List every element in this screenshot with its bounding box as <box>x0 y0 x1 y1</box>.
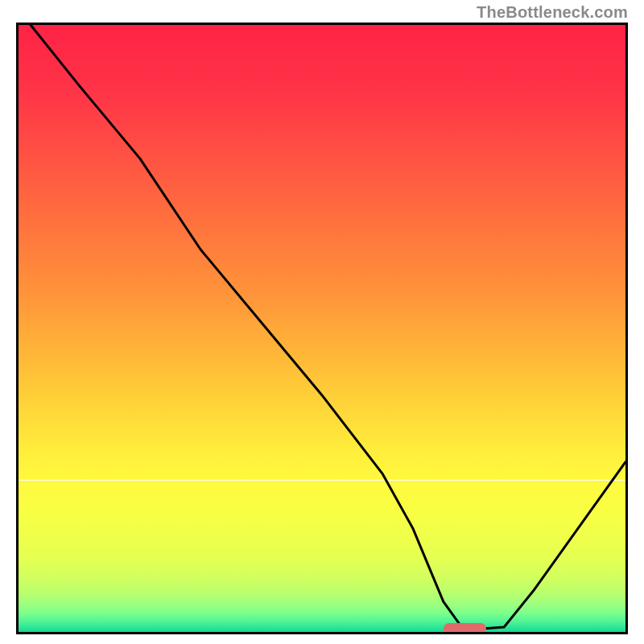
watermark-text: TheBottleneck.com <box>477 3 628 22</box>
optimal-marker <box>444 623 486 634</box>
chart-frame: TheBottleneck.com <box>0 0 644 644</box>
plot-area <box>16 23 628 634</box>
bottleneck-curve <box>19 25 625 632</box>
